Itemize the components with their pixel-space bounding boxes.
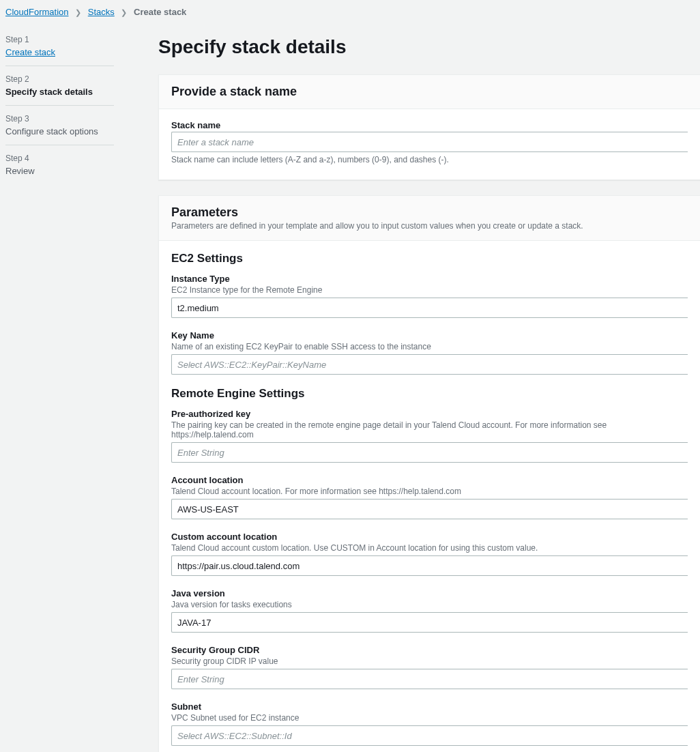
field-desc: Security group CIDR IP value [171, 656, 688, 666]
field-custom-account-location: Custom account location Talend Cloud acc… [171, 532, 688, 576]
select-value: AWS-US-EAST [177, 504, 239, 515]
wizard-steps: Step 1 Create stack Step 2 Specify stack… [0, 28, 119, 184]
field-label: Stack name [171, 120, 688, 130]
breadcrumb-stacks[interactable]: Stacks [88, 7, 115, 17]
field-label: Java version [171, 588, 688, 598]
field-account-location: Account location Talend Cloud account lo… [171, 475, 688, 519]
field-label: Account location [171, 475, 688, 485]
panel-title: Parameters [171, 205, 688, 220]
panel-header: Parameters Parameters are defined in you… [159, 196, 700, 241]
step-name: Configure stack options [5, 126, 114, 136]
field-desc: Java version for tasks executions [171, 600, 688, 609]
step-4: Step 4 Review [5, 145, 114, 184]
step-label: Step 3 [5, 114, 114, 124]
field-desc: EC2 Instance type for the Remote Engine [171, 285, 688, 295]
field-desc: Talend Cloud account custom location. Us… [171, 543, 688, 553]
field-label: Key Name [171, 330, 688, 341]
field-label: Custom account location [171, 532, 688, 542]
field-label: Subnet [171, 702, 688, 712]
breadcrumb-cloudformation[interactable]: CloudFormation [5, 7, 69, 17]
field-pre-authorized-key: Pre-authorized key The pairing key can b… [171, 409, 688, 463]
panel-title: Provide a stack name [171, 85, 688, 99]
step-1[interactable]: Step 1 Create stack [5, 31, 114, 66]
step-2: Step 2 Specify stack details [5, 66, 114, 106]
field-instance-type: Instance Type EC2 Instance type for the … [171, 274, 688, 318]
field-java-version: Java version Java version for tasks exec… [171, 588, 688, 633]
select-value: t2.medium [177, 303, 219, 313]
panel-header: Provide a stack name [159, 75, 700, 109]
subnet-select[interactable]: Select AWS::EC2::Subnet::Id [171, 725, 688, 746]
step-name[interactable]: Create stack [5, 47, 114, 57]
custom-account-location-input[interactable] [171, 555, 688, 576]
field-security-group-cidr: Security Group CIDR Security group CIDR … [171, 645, 688, 689]
chevron-right-icon: ❯ [75, 8, 81, 17]
section-remote-engine-settings: Remote Engine Settings [171, 387, 688, 401]
page-title: Specify stack details [158, 36, 700, 58]
select-placeholder: Select AWS::EC2::KeyPair::KeyName [177, 360, 326, 370]
field-desc: VPC Subnet used for EC2 instance [171, 713, 688, 723]
step-label: Step 4 [5, 154, 114, 163]
field-desc: The pairing key can be created in the re… [171, 420, 688, 439]
instance-type-select[interactable]: t2.medium [171, 298, 688, 318]
key-name-select[interactable]: Select AWS::EC2::KeyPair::KeyName [171, 354, 688, 375]
stack-name-input[interactable] [171, 132, 688, 152]
field-stack-name: Stack name Stack name can include letter… [171, 120, 688, 164]
step-name: Review [5, 166, 114, 176]
step-name: Specify stack details [5, 87, 114, 97]
field-label: Security Group CIDR [171, 645, 688, 655]
field-key-name: Key Name Name of an existing EC2 KeyPair… [171, 330, 688, 375]
panel-parameters: Parameters Parameters are defined in you… [158, 195, 700, 752]
field-desc: Name of an existing EC2 KeyPair to enabl… [171, 342, 688, 351]
java-version-select[interactable]: JAVA-17 [171, 612, 688, 633]
panel-stack-name: Provide a stack name Stack name Stack na… [158, 74, 700, 180]
security-group-cidr-input[interactable] [171, 669, 688, 689]
breadcrumb-current: Create stack [134, 7, 186, 17]
field-subnet: Subnet VPC Subnet used for EC2 instance … [171, 702, 688, 746]
field-desc: Talend Cloud account location. For more … [171, 487, 688, 496]
field-label: Instance Type [171, 274, 688, 284]
step-3: Step 3 Configure stack options [5, 106, 114, 145]
section-ec2-settings: EC2 Settings [171, 252, 688, 265]
panel-desc: Parameters are defined in your template … [171, 221, 688, 231]
step-label: Step 1 [5, 35, 114, 44]
pre-authorized-key-input[interactable] [171, 442, 688, 463]
chevron-right-icon: ❯ [121, 8, 127, 17]
step-label: Step 2 [5, 74, 114, 84]
select-placeholder: Select AWS::EC2::Subnet::Id [177, 731, 292, 741]
breadcrumb: CloudFormation ❯ Stacks ❯ Create stack [0, 0, 700, 28]
field-help: Stack name can include letters (A-Z and … [171, 155, 688, 164]
select-value: JAVA-17 [177, 618, 211, 628]
field-label: Pre-authorized key [171, 409, 688, 419]
account-location-select[interactable]: AWS-US-EAST [171, 499, 688, 519]
